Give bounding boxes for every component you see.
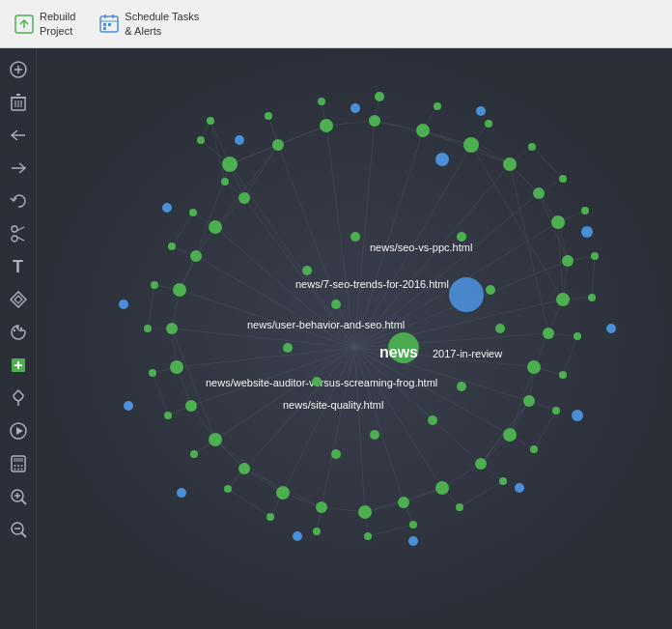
svg-point-209	[434, 102, 441, 110]
svg-point-26	[13, 329, 14, 331]
scissors-button[interactable]	[5, 220, 32, 247]
undo-button[interactable]	[5, 187, 32, 214]
svg-point-260	[331, 449, 341, 459]
rebuild-icon	[14, 14, 35, 35]
svg-marker-34	[16, 427, 23, 435]
svg-point-256	[495, 324, 505, 333]
svg-point-202	[209, 220, 222, 234]
svg-point-222	[409, 521, 417, 529]
svg-point-227	[190, 450, 198, 458]
svg-point-191	[398, 497, 409, 508]
svg-point-248	[476, 106, 486, 116]
svg-point-176	[320, 119, 333, 132]
svg-point-193	[316, 501, 327, 513]
svg-point-189	[475, 458, 487, 470]
text-button[interactable]: T	[5, 253, 32, 280]
svg-point-211	[528, 143, 536, 151]
svg-marker-25	[14, 296, 22, 303]
svg-point-229	[149, 369, 156, 377]
svg-point-244	[119, 300, 128, 309]
svg-point-213	[581, 207, 589, 214]
blue-node-large	[449, 277, 484, 312]
svg-point-208	[375, 92, 384, 101]
main-area: T	[0, 48, 672, 629]
svg-point-228	[164, 412, 172, 419]
svg-point-257	[457, 382, 466, 391]
back-button[interactable]	[5, 122, 32, 149]
zoom-out-button[interactable]	[5, 516, 32, 543]
network-graph[interactable]: news/seo-vs-ppc.html news/7-seo-trends-f…	[37, 48, 672, 629]
svg-point-221	[456, 503, 463, 511]
svg-point-184	[556, 293, 570, 306]
svg-point-249	[350, 232, 360, 242]
svg-point-219	[530, 445, 538, 453]
svg-point-250	[302, 266, 312, 275]
svg-point-224	[313, 528, 321, 535]
svg-point-37	[14, 465, 15, 467]
svg-point-253	[312, 377, 322, 386]
svg-point-246	[235, 135, 244, 145]
svg-point-175	[272, 139, 284, 151]
svg-point-245	[162, 203, 172, 213]
svg-point-240	[408, 536, 418, 546]
zoom-in-button[interactable]	[5, 483, 32, 510]
pin-button[interactable]	[5, 385, 32, 412]
svg-point-178	[416, 124, 430, 137]
svg-point-190	[435, 481, 449, 495]
svg-point-252	[283, 343, 293, 353]
svg-point-210	[485, 120, 492, 128]
svg-point-212	[559, 175, 567, 183]
svg-point-188	[503, 428, 517, 442]
svg-point-179	[463, 137, 479, 153]
svg-point-41	[17, 469, 19, 471]
svg-point-203	[238, 192, 250, 204]
rebuild-project-button[interactable]: RebuildProject	[8, 7, 81, 41]
rebuild-label: RebuildProject	[40, 10, 75, 38]
svg-point-185	[543, 328, 554, 339]
svg-point-247	[350, 103, 360, 113]
svg-point-198	[170, 360, 183, 374]
play-button[interactable]	[5, 417, 32, 444]
svg-point-205	[207, 117, 214, 125]
svg-point-225	[266, 513, 274, 521]
calculator-button[interactable]	[5, 450, 32, 477]
svg-point-40	[14, 469, 15, 471]
schedule-tasks-button[interactable]: Schedule Tasks& Alerts	[93, 7, 205, 41]
svg-point-206	[265, 112, 272, 120]
svg-point-231	[151, 281, 158, 289]
svg-point-207	[318, 98, 325, 105]
svg-point-204	[197, 136, 205, 144]
svg-point-234	[221, 178, 229, 186]
svg-point-177	[369, 115, 380, 127]
svg-point-27	[15, 327, 17, 329]
svg-point-174	[222, 157, 238, 172]
svg-point-239	[515, 483, 524, 493]
svg-point-217	[559, 371, 567, 379]
svg-point-192	[358, 505, 372, 519]
delete-button[interactable]	[5, 89, 32, 116]
svg-point-194	[276, 486, 290, 500]
component-button[interactable]	[5, 286, 32, 313]
svg-point-187	[523, 395, 535, 407]
svg-point-236	[581, 226, 593, 238]
svg-point-215	[588, 294, 596, 301]
svg-point-196	[209, 433, 222, 446]
svg-point-38	[17, 465, 19, 467]
svg-point-255	[486, 285, 495, 295]
add-button[interactable]	[5, 56, 32, 83]
svg-point-254	[457, 232, 466, 242]
toolbar: RebuildProject Schedule Tasks& Alerts	[0, 0, 672, 48]
svg-point-233	[189, 209, 197, 216]
svg-point-195	[238, 463, 250, 474]
svg-point-181	[533, 187, 545, 199]
palette-button[interactable]	[5, 319, 32, 346]
svg-rect-8	[103, 27, 106, 30]
forward-button[interactable]	[5, 155, 32, 182]
svg-rect-7	[108, 23, 111, 26]
svg-rect-36	[14, 458, 23, 462]
svg-point-183	[562, 255, 574, 267]
svg-point-39	[20, 465, 22, 467]
edit-button[interactable]	[5, 352, 32, 379]
svg-point-180	[503, 157, 517, 171]
svg-point-243	[124, 401, 133, 411]
